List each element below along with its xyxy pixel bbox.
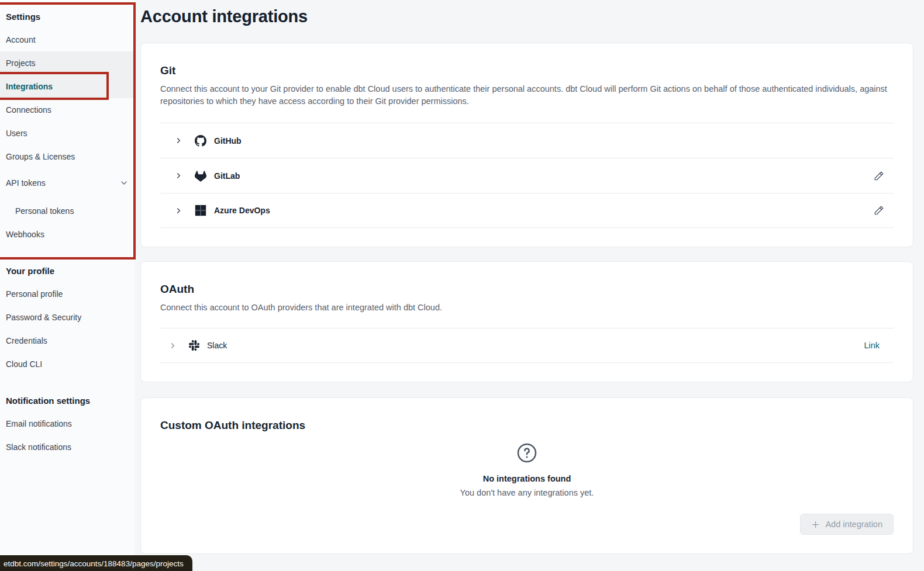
custom-oauth-footer: Add integration	[160, 514, 894, 535]
github-icon	[195, 135, 206, 147]
slack-link-action[interactable]: Link	[864, 341, 880, 350]
oauth-row-label: Slack	[207, 341, 227, 350]
empty-state-title: No integrations found	[483, 474, 571, 483]
sidebar-item-credentials[interactable]: Credentials	[0, 329, 135, 352]
sidebar-item-email-notifications[interactable]: Email notifications	[0, 412, 135, 435]
git-row-label: GitHub	[214, 136, 242, 146]
sidebar-section-your-profile: Your profile Personal profile Password &…	[0, 260, 135, 376]
chevron-right-icon[interactable]	[168, 341, 177, 350]
git-section-title: Git	[160, 64, 894, 77]
edit-icon[interactable]	[874, 171, 884, 181]
git-section-description: Connect this account to your Git provide…	[160, 83, 894, 108]
azure-devops-icon	[195, 205, 206, 216]
git-row-github[interactable]: GitHub	[160, 123, 894, 158]
page-title: Account integrations	[140, 7, 913, 26]
custom-oauth-section-card: Custom OAuth integrations No integration…	[140, 397, 913, 554]
sidebar-item-projects[interactable]: Projects	[0, 51, 135, 75]
custom-oauth-section-title: Custom OAuth integrations	[160, 419, 894, 432]
plus-icon	[811, 520, 820, 529]
git-section-card: Git Connect this account to your Git pro…	[140, 43, 913, 247]
oauth-section-card: OAuth Connect this account to OAuth prov…	[140, 261, 913, 382]
app-root: Settings Account Projects Integrations C…	[0, 0, 924, 571]
sidebar-item-cloud-cli[interactable]: Cloud CLI	[0, 352, 135, 376]
sidebar-item-users[interactable]: Users	[0, 122, 135, 145]
git-row-gitlab[interactable]: GitLab	[160, 158, 894, 193]
sidebar-item-groups-licenses[interactable]: Groups & Licenses	[0, 145, 135, 168]
sidebar-item-connections[interactable]: Connections	[0, 98, 135, 122]
sidebar-header-settings: Settings	[0, 6, 135, 28]
git-row-label: GitLab	[214, 171, 240, 181]
question-circle-icon	[516, 442, 537, 463]
oauth-rows: Slack Link	[160, 328, 894, 363]
git-row-label: Azure DevOps	[214, 206, 270, 215]
chevron-right-icon[interactable]	[174, 206, 183, 215]
sidebar-item-label: API tokens	[6, 178, 46, 188]
oauth-section-title: OAuth	[160, 283, 894, 296]
sidebar-item-webhooks[interactable]: Webhooks	[0, 223, 135, 246]
main-content: Account integrations Git Connect this ac…	[135, 0, 924, 571]
oauth-section-description: Connect this account to OAuth providers …	[160, 302, 894, 314]
gitlab-icon	[195, 170, 206, 182]
slack-icon	[189, 340, 199, 351]
empty-state: No integrations found You don't have any…	[160, 442, 894, 497]
sidebar-item-integrations[interactable]: Integrations	[0, 75, 135, 98]
git-row-azure-devops[interactable]: Azure DevOps	[160, 193, 894, 228]
sidebar-item-api-tokens[interactable]: API tokens	[0, 171, 135, 195]
sidebar-section-notification-settings: Notification settings Email notification…	[0, 390, 135, 459]
sidebar-item-password-security[interactable]: Password & Security	[0, 306, 135, 329]
sidebar-section-settings: Settings Account Projects Integrations C…	[0, 6, 135, 246]
sidebar-item-account[interactable]: Account	[0, 28, 135, 51]
git-rows: GitHub GitLab	[160, 123, 894, 228]
chevron-right-icon[interactable]	[174, 171, 183, 180]
sidebar-header-your-profile: Your profile	[0, 260, 135, 282]
sidebar-header-notification-settings: Notification settings	[0, 390, 135, 412]
edit-icon[interactable]	[874, 205, 884, 216]
settings-sidebar: Settings Account Projects Integrations C…	[0, 0, 135, 571]
add-integration-label: Add integration	[825, 520, 882, 529]
link-status-bubble: etdbt.com/settings/accounts/188483/pages…	[0, 555, 192, 571]
chevron-down-icon	[119, 178, 129, 188]
sidebar-item-personal-tokens[interactable]: Personal tokens	[0, 199, 135, 223]
empty-state-subtitle: You don't have any integrations yet.	[460, 488, 594, 497]
add-integration-button[interactable]: Add integration	[800, 514, 894, 535]
chevron-right-icon[interactable]	[174, 136, 183, 145]
oauth-row-slack[interactable]: Slack Link	[160, 328, 894, 363]
sidebar-item-slack-notifications[interactable]: Slack notifications	[0, 435, 135, 459]
sidebar-item-personal-profile[interactable]: Personal profile	[0, 282, 135, 306]
